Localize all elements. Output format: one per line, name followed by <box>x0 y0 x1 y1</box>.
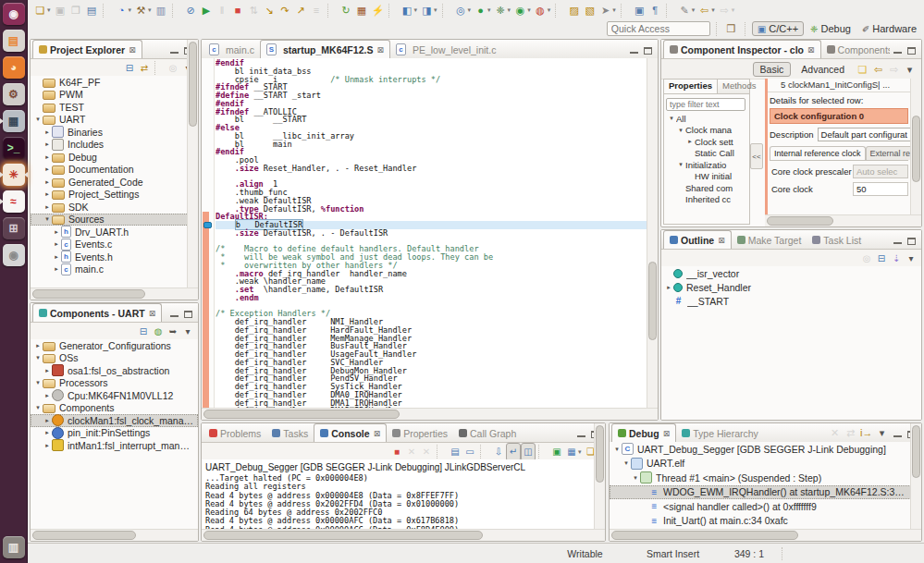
refresh-debug-views-button[interactable]: ↻ <box>339 1 354 19</box>
tree-item-cpu-mk64fn1m0vll12[interactable]: ▸Cpu:MK64FN1M0VLL12 <box>31 389 198 402</box>
selected-config-row[interactable]: 5 clockMan1_InitConfigS| ... <box>768 79 910 92</box>
perspective-hardware[interactable]: ✐Hardware <box>857 21 921 36</box>
collapse-all-button[interactable]: ⊟ <box>136 323 151 341</box>
flash-programmer-button[interactable]: ⚡ <box>370 1 386 19</box>
outline-tree[interactable]: __isr_vector▸Reset_Handler __START <box>661 266 921 420</box>
tree-item-drv-uart-h[interactable]: ▸Drv_UART.h <box>31 226 198 239</box>
minimize-icon[interactable] <box>893 48 902 54</box>
editor-horizontal-scrollbar[interactable] <box>202 408 658 420</box>
expand-arrow-icon[interactable]: ▸ <box>43 178 52 186</box>
toggle-block-selection-button[interactable]: ▣ <box>632 1 647 19</box>
coverage-button[interactable]: ●▾ <box>473 1 493 19</box>
tab-task-list[interactable]: Task List <box>807 231 867 249</box>
expand-arrow-icon[interactable]: ▾ <box>676 161 685 168</box>
tree-item-pin-init-pinsettings[interactable]: ▸pin_init:PinSettings <box>31 427 198 440</box>
horizontal-scrollbar[interactable] <box>31 288 198 300</box>
firefox-launcher-icon[interactable]: ◕ <box>2 55 26 80</box>
open-console-button[interactable]: ▦▾ <box>564 443 584 461</box>
dropdown-arrow-icon[interactable]: ▾ <box>732 6 735 14</box>
step-over-button[interactable]: ↷ <box>277 1 293 19</box>
tab-tasks[interactable]: Tasks <box>266 424 314 442</box>
tab-components-uart[interactable]: Components - UART⊠ <box>32 303 162 322</box>
back-button[interactable]: ⇦ <box>870 60 886 79</box>
tree-item-clockman1-fsl-clock-manager[interactable]: ▸clockMan1:fsl_clock_manager <box>31 414 198 427</box>
tab-console[interactable]: Console⊠ <box>314 423 387 442</box>
close-tab-icon[interactable]: ⊠ <box>718 236 725 245</box>
tree-item-documentation[interactable]: ▸Documentation <box>31 164 198 177</box>
expand-arrow-icon[interactable]: ▾ <box>33 404 43 411</box>
horizontal-scrollbar[interactable] <box>765 214 921 226</box>
quick-access-input[interactable] <box>607 21 710 36</box>
terminate-button[interactable]: ■ <box>230 1 246 19</box>
resume-button[interactable]: ▶ <box>199 1 215 19</box>
terminate-console-button[interactable]: ■ <box>389 443 404 461</box>
expand-arrow-icon[interactable]: ▸ <box>43 392 52 399</box>
vertical-scrollbar[interactable] <box>594 423 605 530</box>
new-binary-button[interactable]: ▥ <box>154 1 169 19</box>
expand-arrow-icon[interactable]: ▸ <box>52 253 61 261</box>
word-wrap-button[interactable]: ↵ <box>506 443 521 461</box>
vertical-scrollbar[interactable] <box>910 423 921 530</box>
expand-arrow-icon[interactable]: ▾ <box>612 446 622 453</box>
tree-item-osa1-fsl-os-abstraction[interactable]: ▸osa1:fsl_os_abstraction <box>31 364 198 377</box>
tree-item-clock-sett[interactable]: ▸Clock sett <box>664 136 749 148</box>
dropdown-arrow-icon[interactable]: ▾ <box>508 6 511 14</box>
tree-item-sources[interactable]: ▾Sources <box>31 214 198 226</box>
external-tools-button[interactable]: ◎▾ <box>453 1 474 19</box>
tree-item-init-uart-at-main-c-34-0xafc[interactable]: Init_Uart() at main.c:34 0xafc <box>610 514 911 529</box>
minimize-icon[interactable] <box>170 312 179 317</box>
minimize-icon[interactable] <box>893 239 902 244</box>
tab-outline[interactable]: Outline⊠ <box>663 230 732 249</box>
horizontal-scrollbar[interactable] <box>31 529 198 541</box>
maximize-icon[interactable] <box>644 47 652 55</box>
tree-item-hw-initial[interactable]: HW initial <box>664 171 749 183</box>
sort-alpha-button[interactable]: ⇣ <box>889 250 904 268</box>
mark-occurrences-button[interactable]: ✎▾ <box>677 1 697 19</box>
tree-item-inherited-cc[interactable]: Inherited cc <box>664 194 749 206</box>
dropdown-arrow-icon[interactable]: ▾ <box>578 448 582 456</box>
screenshot-capture-button[interactable]: ◧▾ <box>400 1 420 19</box>
tab-external-reference-clock[interactable]: External ref <box>866 146 910 160</box>
tab-call-graph[interactable]: Call Graph <box>453 424 522 442</box>
tab-component-inspector-clo[interactable]: Component Inspector - clo⊠ <box>663 40 821 58</box>
close-tab-icon[interactable]: ⊠ <box>807 45 815 55</box>
run-launch-button[interactable]: ◉▾ <box>512 1 533 19</box>
dropdown-arrow-icon[interactable]: ▾ <box>711 6 715 14</box>
dropdown-arrow-icon[interactable]: ▾ <box>487 6 491 14</box>
skip-all-breakpoints-button[interactable]: ⊘ <box>183 1 199 19</box>
basic-button[interactable]: Basic <box>753 62 792 77</box>
dropdown-arrow-icon[interactable]: ▾ <box>548 6 551 14</box>
step-into-button[interactable]: ↘ <box>262 1 277 19</box>
file-manager-launcher-icon[interactable]: ▤ <box>2 29 26 53</box>
tab-properties[interactable]: Properties <box>387 424 453 442</box>
launch-rocket-button[interactable]: ➤▾ <box>598 1 618 19</box>
dropdown-arrow-icon[interactable]: ▾ <box>612 6 616 14</box>
tree-item-intman1-fsl-interrupt-manager[interactable]: ▸intMan1:fsl_interrupt_manager <box>31 439 198 452</box>
tree-item-uart[interactable]: ▾UART <box>31 114 198 127</box>
tree-item-includes[interactable]: ▸Includes <box>31 139 198 152</box>
expand-arrow-icon[interactable]: ▾ <box>33 354 43 361</box>
dropdown-arrow-icon[interactable]: ▾ <box>527 6 531 14</box>
collapse-all-button[interactable]: ⊟ <box>874 250 889 268</box>
print-button[interactable]: ▤ <box>84 1 100 19</box>
components-tree[interactable]: ▸Generator_Configurations▾OSs▸osa1:fsl_o… <box>31 339 198 530</box>
link-with-editor-button[interactable]: ⇄ <box>137 59 152 78</box>
ubuntu-dash-launcher-icon[interactable]: ◉ <box>2 2 26 26</box>
tree-item-shared-com[interactable]: Shared com <box>664 182 749 194</box>
horizontal-scrollbar[interactable] <box>610 529 921 541</box>
tab-type-hierarchy[interactable]: Type Hierarchy <box>676 424 764 442</box>
tree-item-initializatio[interactable]: ▾Initializatio <box>664 159 749 171</box>
tab-pe-low-level-init-c[interactable]: PE_low_level_init.c <box>390 41 501 58</box>
red-curve-app-launcher-icon[interactable]: ≈ <box>2 190 26 214</box>
tab-properties[interactable]: Properties <box>664 80 718 93</box>
close-tab-icon[interactable]: ⊠ <box>376 45 384 55</box>
editor-gutter[interactable] <box>202 58 215 409</box>
expand-arrow-icon[interactable]: ▸ <box>43 442 52 449</box>
tree-item-processors[interactable]: ▾Processors <box>31 377 198 390</box>
display-selected-console-button[interactable]: ▣ <box>549 443 564 461</box>
tree-item-clock-mana[interactable]: ▾Clock mana <box>664 125 749 137</box>
calculator-launcher-icon[interactable]: ▦ <box>2 109 26 133</box>
expand-arrow-icon[interactable]: ▾ <box>33 379 43 386</box>
expand-arrow-icon[interactable]: ▸ <box>43 367 52 374</box>
build-button[interactable]: ⚒▾ <box>133 1 154 19</box>
